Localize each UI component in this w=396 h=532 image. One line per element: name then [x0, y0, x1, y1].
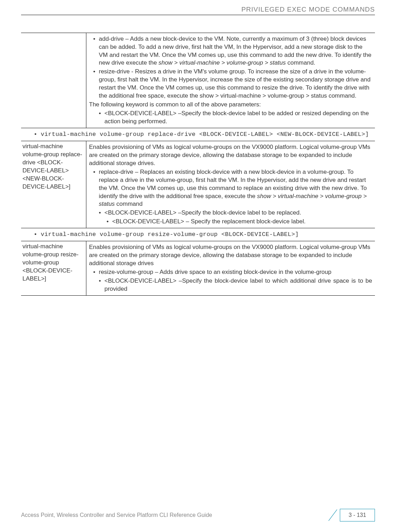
footer-doc-title: Access Point, Wireless Controller and Se…: [21, 511, 326, 519]
bullet-icon: •: [107, 218, 112, 226]
page-number-badge: 3 - 131: [340, 509, 375, 521]
replace-drive-text: replace-drive – Replaces an existing blo…: [99, 168, 372, 209]
resize-sub-text: <BLOCK-DEVICE-LABEL> –Specify the block-…: [105, 277, 372, 293]
resize-intro-text: Enables provisioning of VMs as logical v…: [88, 243, 372, 268]
common-keyword-text: The following keyword is common to all o…: [88, 101, 372, 109]
svg-line-0: [329, 510, 337, 521]
table1-left-cell: [21, 33, 86, 128]
table3-right-cell: Enables provisioning of VMs as logical v…: [86, 241, 375, 296]
bullet-icon: •: [99, 209, 105, 217]
block-device-label-text: <BLOCK-DEVICE-LABEL> –Specify the block-…: [105, 110, 372, 126]
table3-left-cell: virtual-machine volume-group resize-volu…: [21, 241, 86, 296]
resize-volume-group-text: resize-volume-group – Adds drive space t…: [99, 268, 372, 276]
replace-intro-text: Enables provisioning of VMs as logical v…: [88, 143, 372, 168]
bullet-icon: •: [93, 168, 99, 176]
page-footer: Access Point, Wireless Controller and Se…: [0, 509, 396, 521]
bullet-icon: •: [93, 268, 99, 276]
resize-drive-text: resize-drive - Resizes a drive in the VM…: [99, 68, 372, 100]
bullet-icon: •: [93, 35, 99, 43]
command-table-2: virtual-machine volume-group replace-dri…: [21, 141, 375, 228]
code-block-resize-volume-group: •virtual-machine volume-group resize-vol…: [21, 230, 375, 239]
page-header: PRIVILEGED EXEC MODE COMMANDS: [21, 5, 375, 15]
command-table-3: virtual-machine volume-group resize-volu…: [21, 241, 375, 296]
replace-sub2-text: <BLOCK-DEVICE-LABEL> – Specify the repla…: [112, 218, 372, 226]
bullet-icon: •: [93, 68, 99, 76]
table1-right-cell: •add-drive – Adds a new block-device to …: [86, 33, 375, 128]
bullet-icon: •: [99, 277, 105, 285]
bullet-icon: •: [99, 110, 105, 118]
table2-right-cell: Enables provisioning of VMs as logical v…: [86, 141, 375, 228]
add-drive-text: add-drive – Adds a new block-device to t…: [99, 35, 372, 67]
table2-left-cell: virtual-machine volume-group replace-dri…: [21, 141, 86, 228]
replace-sub1-text: <BLOCK-DEVICE-LABEL> –Specify the block-…: [105, 209, 372, 217]
footer-slash-icon: [326, 509, 340, 521]
code-block-replace-drive: •virtual-machine volume-group replace-dr…: [21, 130, 375, 139]
command-table-1: •add-drive – Adds a new block-device to …: [21, 33, 375, 128]
